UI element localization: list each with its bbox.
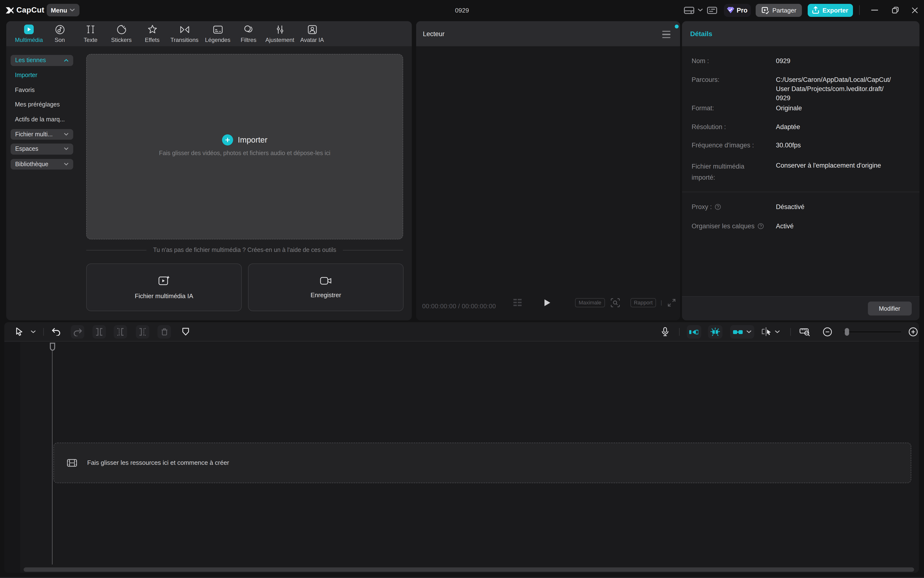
- film-icon: [67, 459, 77, 466]
- chevron-down-icon: [746, 330, 751, 333]
- zoom-out-icon[interactable]: [822, 322, 833, 341]
- sticker-icon: [116, 24, 126, 35]
- ai-avatar-icon: [307, 24, 317, 35]
- help-icon[interactable]: [715, 204, 721, 210]
- chevron-down-icon: [775, 330, 780, 333]
- share-icon: [761, 6, 769, 14]
- tools-divider: Tu n'as pas de fichier multimédia ? Crée…: [86, 247, 403, 253]
- focus-zoom-icon[interactable]: [610, 297, 620, 308]
- tab-text[interactable]: Texte: [75, 24, 106, 43]
- details-header: Détails: [682, 21, 919, 46]
- detail-row-name: Nom : 0929: [692, 56, 913, 65]
- delete-icon[interactable]: [157, 325, 171, 339]
- player-viewport: [416, 46, 680, 320]
- text-icon: [86, 24, 96, 35]
- clip-list-icon[interactable]: [512, 297, 523, 308]
- tab-filters[interactable]: Filtres: [234, 24, 263, 43]
- sidebar-group-yours[interactable]: Les tiennes: [10, 55, 73, 66]
- import-hint: Fais glisser des vidéos, photos et fichi…: [87, 150, 403, 157]
- zoom-slider[interactable]: [843, 322, 901, 341]
- export-button[interactable]: Exporter: [807, 3, 853, 16]
- timeline-scale-icon[interactable]: [798, 322, 812, 341]
- tab-effects[interactable]: Effets: [137, 24, 168, 43]
- player-menu-icon[interactable]: [662, 31, 670, 38]
- cursor-mode-icon[interactable]: [760, 322, 780, 341]
- tab-transitions[interactable]: Transitions: [168, 24, 201, 43]
- zoom-in-icon[interactable]: [908, 322, 919, 341]
- chevron-down-icon: [64, 133, 68, 136]
- fullscreen-icon[interactable]: [666, 297, 676, 308]
- sidebar-group-library[interactable]: Bibliothèque: [10, 159, 73, 170]
- layout-panels-icon[interactable]: [684, 0, 694, 20]
- restore-button[interactable]: [888, 0, 902, 20]
- sidebar-group-media-file[interactable]: Fichier multi...: [10, 129, 73, 140]
- detail-row-layers: Organiser les calques Activé: [692, 221, 913, 231]
- preview-flash-icon[interactable]: [708, 325, 723, 339]
- split-icon[interactable]: [92, 325, 106, 339]
- player-title: Lecteur: [423, 30, 444, 37]
- player-panel: Lecteur 00:00:00:00 / 00:00:00:00 Maxima…: [416, 21, 680, 320]
- sidebar-group-spaces[interactable]: Espaces: [10, 143, 73, 154]
- adjust-interface-icon[interactable]: [707, 0, 717, 20]
- sidebar-item-favorites[interactable]: Favoris: [15, 86, 35, 93]
- effects-star-icon: [147, 24, 157, 35]
- capcut-window: CapCut Menu 0929 Pro Partager Exporter: [0, 0, 924, 578]
- link-clips-icon[interactable]: [730, 325, 754, 339]
- player-header: Lecteur: [416, 21, 680, 46]
- media-tabbar: Multimédia Son Texte Stickers: [6, 21, 412, 46]
- edit-button[interactable]: Modifier: [868, 302, 911, 315]
- fit-select[interactable]: Maximale: [575, 297, 605, 308]
- import-button-label: Importer: [238, 135, 267, 144]
- select-cursor-icon[interactable]: [13, 322, 26, 341]
- sidebar-item-presets[interactable]: Mes préréglages: [15, 101, 60, 108]
- timeline-toolbar: [4, 322, 919, 341]
- pro-badge[interactable]: Pro: [724, 3, 751, 17]
- tab-adjust[interactable]: Ajustement: [263, 24, 297, 43]
- controls-separator: |: [658, 297, 664, 308]
- detail-row-imported-media: Fichier multimédia importé: Conserver à …: [692, 161, 913, 183]
- captions-icon: [212, 24, 223, 35]
- delete-right-icon[interactable]: [136, 325, 149, 339]
- cursor-chevron-icon[interactable]: [30, 322, 36, 341]
- filters-icon: [243, 24, 254, 35]
- tab-audio[interactable]: Son: [44, 24, 75, 43]
- tab-captions[interactable]: Légendes: [201, 24, 234, 43]
- share-button[interactable]: Partager: [756, 3, 802, 16]
- sidebar-item-brand-assets[interactable]: Actifs de la marq...: [15, 116, 65, 123]
- magnetic-snap-icon[interactable]: [687, 325, 701, 339]
- play-button[interactable]: [542, 297, 552, 308]
- horizontal-scrollbar[interactable]: [24, 567, 914, 572]
- ai-media-card[interactable]: Fichier multimédia IA: [86, 263, 242, 311]
- voiceover-mic-icon[interactable]: [660, 322, 670, 341]
- timeline-dropzone[interactable]: Fais glisser les ressources ici et comme…: [53, 442, 911, 483]
- timeline-gutter: [4, 342, 20, 573]
- details-footer: Modifier: [682, 296, 919, 320]
- redo-icon[interactable]: [71, 325, 84, 339]
- sidebar-item-import[interactable]: Importer: [15, 71, 37, 78]
- ratio-select[interactable]: Rapport: [631, 297, 655, 308]
- mask-shield-icon[interactable]: [180, 322, 192, 341]
- tab-multimedia[interactable]: Multimédia: [13, 24, 44, 43]
- undo-icon[interactable]: [50, 322, 62, 341]
- titlebar-separator: [859, 5, 860, 15]
- export-icon: [812, 6, 819, 14]
- help-icon[interactable]: [757, 223, 764, 229]
- delete-left-icon[interactable]: [113, 325, 127, 339]
- tab-stickers[interactable]: Stickers: [106, 24, 137, 43]
- tab-ai-avatar[interactable]: Avatar IA: [297, 24, 327, 43]
- multimedia-icon: [24, 24, 34, 35]
- detail-row-framerate: Fréquence d'images : 30.00fps: [692, 141, 913, 150]
- close-button[interactable]: [908, 0, 921, 20]
- layout-chevron-icon[interactable]: [697, 0, 703, 20]
- import-dropzone[interactable]: Importer Fais glisser des vidéos, photos…: [86, 54, 403, 239]
- timeline-drop-hint: Fais glisser les ressources ici et comme…: [87, 459, 229, 466]
- chevron-up-icon: [64, 59, 68, 62]
- window-bottom-edge: [0, 577, 924, 578]
- pro-gem-icon: [727, 7, 735, 14]
- timeline-section: Fais glisser les ressources ici et comme…: [4, 322, 919, 573]
- record-card[interactable]: Enregistrer: [248, 263, 404, 311]
- details-body: Nom : 0929 Parcours: C:/​Users/​Caron/​A…: [682, 46, 919, 296]
- minimize-button[interactable]: [868, 0, 881, 20]
- detail-row-resolution: Résolution : Adaptée: [692, 122, 913, 131]
- details-title: Détails: [690, 30, 712, 37]
